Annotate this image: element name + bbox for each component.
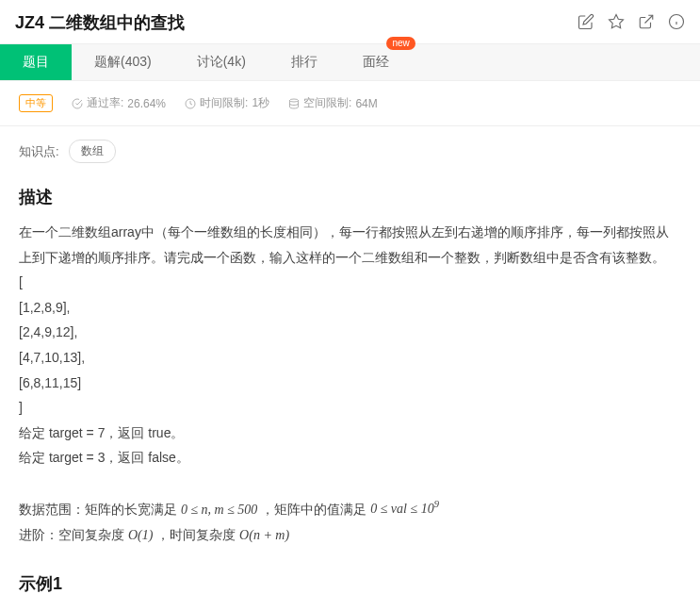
star-icon[interactable]	[608, 13, 625, 33]
database-icon	[288, 98, 300, 109]
tab-solutions[interactable]: 题解(403)	[72, 44, 174, 80]
knowledge-row: 知识点: 数组	[0, 126, 700, 176]
space-limit: 空间限制: 64M	[288, 95, 378, 111]
tab-discuss[interactable]: 讨论(4k)	[174, 44, 269, 80]
tab-bar: 题目 题解(403) 讨论(4k) 排行 面经 new	[0, 43, 700, 81]
badge-new: new	[386, 37, 415, 50]
clock-icon	[185, 98, 196, 109]
tab-interview[interactable]: 面经 new	[340, 44, 412, 80]
meta-bar: 中等 通过率: 26.64% 时间限制: 1秒 空间限制: 64M	[0, 81, 700, 126]
tab-problem[interactable]: 题目	[0, 44, 72, 80]
difficulty-badge: 中等	[19, 94, 53, 112]
svg-marker-0	[610, 14, 624, 27]
edit-icon[interactable]	[578, 13, 594, 33]
page-title: JZ4 二维数组中的查找	[15, 11, 185, 34]
description-body: 在一个二维数组array中（每个一维数组的长度相同），每一行都按照从左到右递增的…	[19, 220, 681, 548]
time-limit: 时间限制: 1秒	[185, 95, 269, 111]
tab-rank[interactable]: 排行	[269, 44, 340, 80]
data-range: 数据范围：矩阵的长宽满足 0 ≤ n, m ≤ 500 ，矩阵中的值满足 0 ≤…	[19, 496, 681, 522]
header-actions	[578, 13, 685, 33]
svg-point-6	[290, 99, 299, 102]
info-icon[interactable]	[668, 13, 685, 33]
svg-line-1	[645, 15, 653, 23]
description-title: 描述	[19, 186, 681, 208]
knowledge-tag[interactable]: 数组	[69, 140, 116, 163]
example-title: 示例1	[19, 572, 681, 594]
description-intro: 在一个二维数组array中（每个一维数组的长度相同），每一行都按照从左到右递增的…	[19, 220, 681, 270]
advanced: 进阶：空间复杂度 O(1) ，时间复杂度 O(n + m)	[19, 522, 681, 549]
share-icon[interactable]	[638, 13, 655, 33]
check-circle-icon	[72, 98, 83, 109]
pass-rate: 通过率: 26.64%	[72, 95, 166, 111]
knowledge-label: 知识点:	[19, 143, 59, 160]
